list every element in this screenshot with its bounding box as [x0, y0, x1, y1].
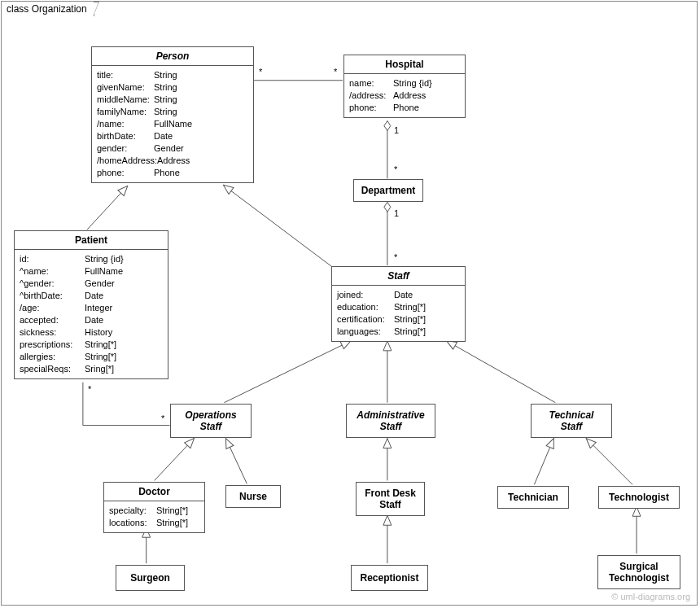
svg-line-12 — [586, 439, 632, 485]
class-operations-staff-title: OperationsStaff — [171, 405, 251, 437]
mult-hospital-dept-top: 1 — [394, 125, 399, 135]
class-hospital: Hospital name:String {id} /address:Addre… — [343, 55, 466, 118]
svg-line-3 — [87, 186, 128, 230]
class-person: Person title:String givenName:String mid… — [91, 46, 254, 183]
class-administrative-staff: AdministrativeStaff — [346, 404, 435, 438]
class-surgeon-title: Surgeon — [116, 566, 184, 590]
class-doctor: Doctor specialty:String[*] locations:Str… — [103, 482, 205, 533]
class-administrative-staff-title: AdministrativeStaff — [347, 405, 435, 437]
svg-line-9 — [225, 439, 247, 484]
class-receptionist-title: Receptionist — [352, 566, 427, 590]
svg-line-8 — [155, 439, 195, 481]
class-nurse-title: Nurse — [226, 486, 280, 507]
class-person-title: Person — [92, 47, 253, 66]
class-department-title: Department — [354, 180, 422, 201]
mult-patient-ops-right: * — [161, 413, 164, 423]
class-staff-title: Staff — [332, 267, 465, 286]
svg-line-5 — [224, 341, 351, 403]
mult-dept-staff-top: 1 — [394, 208, 399, 218]
svg-line-4 — [223, 185, 341, 273]
class-doctor-attrs: specialty:String[*] locations:String[*] — [104, 501, 204, 532]
class-technical-staff-title: TechnicalStaff — [532, 405, 611, 437]
class-technician-title: Technician — [498, 487, 568, 508]
class-technologist: Technologist — [598, 486, 680, 509]
svg-line-11 — [534, 439, 553, 485]
class-hospital-attrs: name:String {id} /address:Address phone:… — [344, 74, 465, 117]
class-surgeon: Surgeon — [116, 565, 185, 591]
class-frontdesk-staff: Front DeskStaff — [356, 482, 425, 516]
class-technologist-title: Technologist — [599, 487, 679, 508]
mult-person-hospital-right: * — [334, 67, 337, 77]
class-patient: Patient id:String {id} ^name:FullName ^g… — [14, 230, 168, 379]
mult-hospital-dept-bot: * — [394, 164, 397, 174]
class-doctor-title: Doctor — [104, 483, 204, 501]
class-surgical-technologist-title: SurgicalTechnologist — [598, 556, 680, 588]
class-operations-staff: OperationsStaff — [170, 404, 252, 438]
class-technician: Technician — [497, 486, 569, 509]
mult-patient-ops-left: * — [88, 384, 91, 394]
class-staff: Staff joined:Date education:String[*] ce… — [331, 266, 466, 342]
mult-dept-staff-bot: * — [394, 252, 397, 262]
class-patient-attrs: id:String {id} ^name:FullName ^gender:Ge… — [15, 250, 168, 378]
frame-label-tab: class Organization — [1, 1, 94, 16]
class-receptionist: Receptionist — [351, 565, 428, 591]
class-nurse: Nurse — [225, 485, 281, 508]
class-staff-attrs: joined:Date education:String[*] certific… — [332, 286, 465, 341]
uml-frame: class Organization — [1, 1, 698, 606]
class-technical-staff: TechnicalStaff — [531, 404, 612, 438]
frame-label: class Organization — [7, 3, 87, 15]
class-frontdesk-staff-title: Front DeskStaff — [357, 483, 424, 515]
class-person-attrs: title:String givenName:String middleName… — [92, 66, 253, 182]
mult-person-hospital-left: * — [259, 67, 262, 77]
class-patient-title: Patient — [15, 231, 168, 250]
watermark: © uml-diagrams.org — [611, 592, 690, 601]
svg-line-7 — [447, 341, 556, 403]
class-department: Department — [353, 179, 423, 202]
class-surgical-technologist: SurgicalTechnologist — [597, 555, 680, 589]
class-hospital-title: Hospital — [344, 55, 465, 74]
